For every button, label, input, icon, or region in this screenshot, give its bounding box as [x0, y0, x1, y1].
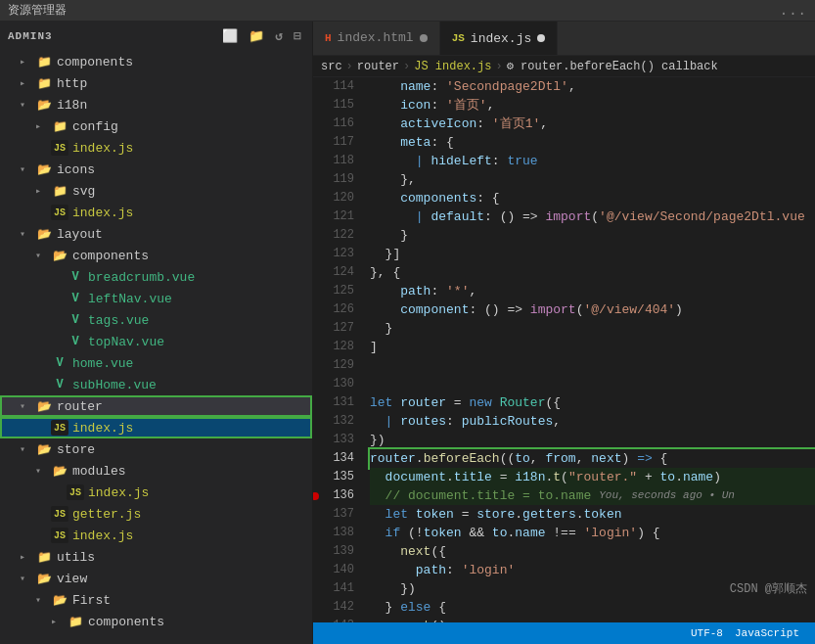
folder-open-icon: 📂	[51, 592, 68, 608]
folder-icon: 📁	[51, 183, 68, 199]
breadcrumb-src: src	[321, 60, 342, 73]
sidebar-item-i18n-config[interactable]: 📁 config	[0, 115, 312, 137]
sidebar-item-http[interactable]: 📁 http	[0, 72, 312, 94]
js-icon: JS	[51, 506, 68, 522]
code-line-118: | hideLeft: true	[370, 152, 815, 170]
sidebar-item-icons[interactable]: 📂 icons	[0, 159, 312, 180]
sidebar-item-i18n[interactable]: 📂 i18n	[0, 94, 312, 115]
tree-label: icons	[57, 162, 95, 177]
code-line-135: document.title = i18n.t("router." + to.n…	[370, 468, 815, 486]
status-bar: UTF-8 JavaScript	[313, 622, 815, 644]
sidebar-item-icons-index[interactable]: JS index.js	[0, 202, 312, 223]
tree-label: index.js	[72, 206, 133, 220]
sidebar-item-first[interactable]: 📂 First	[0, 589, 312, 611]
tree-label: components	[72, 249, 149, 263]
sidebar-item-subhome[interactable]: V subHome.vue	[0, 374, 312, 395]
code-line-126: component: () => import('@/view/404')	[370, 300, 815, 319]
code-line-132: | routes: publicRoutes,	[370, 412, 815, 431]
tab-index-html[interactable]: H index.html	[313, 22, 440, 55]
collapse-icon[interactable]: ⊟	[292, 27, 304, 45]
sidebar-item-home[interactable]: V home.vue	[0, 352, 312, 374]
tree-arrow	[35, 185, 51, 197]
line-num-123: 123	[313, 245, 354, 263]
line-num-140: 140	[313, 561, 354, 579]
sidebar-item-store-index[interactable]: JS index.js	[0, 525, 312, 546]
sidebar-item-utils[interactable]: 📁 utils	[0, 546, 312, 568]
sidebar-item-layout[interactable]: 📂 layout	[0, 223, 312, 245]
code-line-123: }]	[370, 245, 815, 263]
breadcrumb-sep: ›	[346, 60, 353, 73]
sidebar-item-layout-components[interactable]: 📂 components	[0, 245, 312, 266]
new-file-icon[interactable]: ⬜	[220, 27, 241, 45]
sidebar-item-router[interactable]: 📂 router	[0, 395, 312, 417]
sidebar-header-actions: ⬜ 📁 ↺ ⊟	[220, 27, 304, 45]
line-numbers: 114 115 116 117 118 119 120 121 122 123 …	[313, 77, 362, 622]
tree-label: modules	[72, 464, 126, 479]
tree-arrow-utils	[20, 551, 35, 563]
sidebar: ADMIN3 ⬜ 📁 ↺ ⊟ 📁 components 📁 http	[0, 22, 313, 644]
folder-icon: 📁	[35, 549, 53, 565]
sidebar-item-store-modules[interactable]: 📂 modules	[0, 460, 312, 482]
sidebar-item-view[interactable]: 📂 view	[0, 568, 312, 589]
sidebar-item-store-getter[interactable]: JS getter.js	[0, 503, 312, 525]
code-line-114: name: 'Secondpage2Dtl',	[370, 77, 815, 96]
line-num-132: 132	[313, 412, 354, 431]
line-num-134: 134	[313, 449, 354, 468]
tab-label: index.js	[471, 31, 531, 46]
sidebar-item-i18n-index[interactable]: JS index.js	[0, 137, 312, 159]
code-line-139: next({	[370, 542, 815, 561]
line-num-124: 124	[313, 263, 354, 282]
sidebar-item-components[interactable]: 📁 components	[0, 51, 312, 72]
tree-arrow	[35, 120, 51, 132]
sidebar-item-first-components[interactable]: 📁 components	[0, 611, 312, 632]
sidebar-item-leftnav[interactable]: V leftNav.vue	[0, 288, 312, 309]
code-line-129	[370, 356, 815, 375]
tab-index-js[interactable]: JS index.js	[440, 22, 559, 55]
line-num-119: 119	[313, 170, 354, 189]
line-num-136: 136	[313, 486, 354, 505]
breadcrumb-file: JS index.js	[414, 60, 491, 73]
folder-icon: 📁	[35, 54, 53, 69]
line-num-137: 137	[313, 505, 354, 524]
sidebar-item-icons-svg[interactable]: 📁 svg	[0, 180, 312, 202]
tree-arrow-icons	[20, 163, 35, 175]
vue-icon: V	[67, 312, 84, 328]
line-num-122: 122	[313, 226, 354, 245]
tree-label: First	[72, 593, 111, 608]
line-num-135: 135	[313, 468, 354, 486]
tree-label: i18n	[57, 98, 87, 113]
sidebar-item-topnav[interactable]: V topNav.vue	[0, 331, 312, 352]
sidebar-item-store-modules-index[interactable]: JS index.js	[0, 482, 312, 503]
tree-label: index.js	[88, 485, 149, 500]
title-bar-menu[interactable]: ...	[780, 3, 807, 19]
folder-open-icon: 📂	[51, 248, 68, 263]
tree-label: topNav.vue	[88, 335, 164, 349]
line-num-115: 115	[313, 96, 354, 115]
tree-arrow-layout	[20, 228, 35, 240]
tree-label: leftNav.vue	[88, 292, 172, 306]
tree-label: store	[57, 442, 95, 457]
html-icon: H	[325, 32, 332, 44]
refresh-icon[interactable]: ↺	[273, 27, 286, 45]
editor-wrapper: 114 115 116 117 118 119 120 121 122 123 …	[313, 77, 815, 622]
code-area[interactable]: 114 115 116 117 118 119 120 121 122 123 …	[313, 77, 815, 622]
sidebar-item-router-index[interactable]: JS index.js	[0, 417, 312, 438]
tree-label: index.js	[72, 421, 133, 436]
status-encoding: UTF-8	[685, 627, 729, 639]
tree-label: components	[57, 55, 133, 69]
tree-label: layout	[57, 227, 103, 242]
sidebar-item-breadcrumb[interactable]: V breadcrumb.vue	[0, 266, 312, 288]
folder-icon: 📁	[51, 118, 68, 134]
sidebar-item-store[interactable]: 📂 store	[0, 438, 312, 460]
tree-arrow-store	[20, 443, 35, 455]
tree-arrow-components	[20, 56, 35, 68]
new-folder-icon[interactable]: 📁	[247, 27, 267, 45]
tab-label: index.html	[338, 30, 414, 45]
code-content[interactable]: name: 'Secondpage2Dtl', icon: '首页', acti…	[362, 77, 815, 622]
line-num-118: 118	[313, 152, 354, 170]
tree-label: breadcrumb.vue	[88, 270, 195, 285]
sidebar-item-tags[interactable]: V tags.vue	[0, 309, 312, 331]
status-language: JavaScript	[729, 627, 805, 639]
folder-open-icon: 📂	[35, 97, 53, 113]
line-num-126: 126	[313, 300, 354, 319]
